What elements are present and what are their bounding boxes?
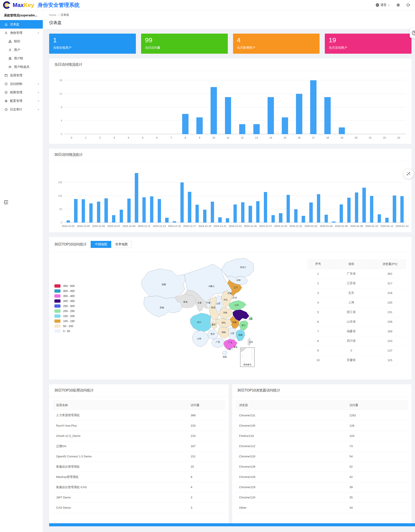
- browser-name-cell: Chrome/130: [236, 420, 346, 431]
- x-axis-tick-label: 2024-12-09: [123, 225, 135, 227]
- pv-cell: 235: [374, 298, 406, 307]
- sidebar-subitem[interactable]: 用户组: [0, 54, 43, 63]
- settings-gear-icon[interactable]: [396, 3, 400, 7]
- legend-item[interactable]: 350 - 400: [54, 294, 87, 298]
- bar: [150, 196, 153, 223]
- table-row: 客服后台管理系统-CAS4: [53, 482, 225, 492]
- map-content: 450 - 500400 - 450350 - 400300 - 350250 …: [49, 252, 412, 380]
- y-axis-tick-label: 0: [61, 221, 62, 224]
- sidebar-item[interactable]: 访问控制: [0, 80, 43, 88]
- legend-item[interactable]: 0 - 50: [54, 329, 87, 334]
- province-ranking-table: 序号 省份 浏览量(PV) 1广东省3622江苏省3173北京3164上海235…: [307, 259, 406, 365]
- sidebar-subitem-label: 用户: [14, 48, 20, 52]
- x-axis-tick-label: 2024-12-11: [138, 225, 150, 227]
- bar: [67, 220, 70, 223]
- x-axis-tick-label: 2024-12-31: [289, 225, 302, 227]
- bar: [302, 216, 305, 223]
- floating-tool-button[interactable]: [404, 169, 414, 179]
- x-axis-tick-label: 2025-01-10: [365, 225, 378, 227]
- sidebar-item[interactable]: 配置管理: [0, 97, 43, 105]
- province-cell: 福建省: [329, 326, 374, 336]
- brand-name: MaxKey: [13, 2, 34, 9]
- bar-slot: [254, 169, 262, 223]
- sidebar-item[interactable]: 身份管理: [0, 28, 43, 37]
- language-dropdown[interactable]: 语言: [375, 3, 390, 7]
- stat-cards-row: 1当前在线用户99当日访问量4当月新增用户19当月活动用户: [49, 34, 412, 54]
- sidebar-subitem[interactable]: 用户: [0, 46, 43, 54]
- table-row: RuoYi-Vue-Plus233: [53, 420, 225, 431]
- sidebar-item[interactable]: 日志审计: [0, 105, 43, 114]
- bar-slot: [292, 169, 300, 223]
- top-apps-panel: 30日TOP10应用访问统计 应用名称 访问量 人力资源管理系统369RuoYi…: [49, 384, 229, 523]
- sidebar-item[interactable]: 应用管理: [0, 71, 43, 80]
- browser-name-cell: Chrome/122: [236, 441, 346, 451]
- sidebar-subitem[interactable]: 用户组成员: [0, 63, 43, 71]
- x-axis-tick-label: 21: [369, 136, 372, 139]
- legend-range-label: 450 - 500: [63, 285, 75, 288]
- province-cell: 浙江省: [329, 307, 374, 317]
- legend-item[interactable]: 400 - 450: [54, 288, 87, 294]
- map-region-label: 云南: [197, 337, 201, 340]
- page-title: 仪表盘: [49, 20, 409, 26]
- table-row: 1广东省362: [307, 269, 406, 278]
- legend-item[interactable]: 100 - 150: [54, 319, 87, 323]
- bar-slot: [156, 169, 163, 223]
- bar: [104, 198, 108, 223]
- map-region-label: 北京: [227, 292, 232, 294]
- top-apps-table: 应用名称 访问量 人力资源管理系统369RuoYi-Vue-Plus233OAu…: [53, 400, 225, 513]
- legend-item[interactable]: 150 - 200: [54, 314, 87, 319]
- bar-slot: [201, 169, 208, 223]
- map-region[interactable]: [221, 258, 254, 278]
- col-province: 省份: [329, 259, 374, 269]
- map-region-label: 青海: [183, 301, 188, 303]
- chevron-down-icon: [37, 83, 40, 85]
- legend-item[interactable]: 450 - 500: [54, 284, 87, 288]
- sidebar-item-label: 权限管理: [10, 91, 22, 95]
- sidebar-subitem[interactable]: 组织: [0, 37, 43, 46]
- legend-item[interactable]: 50 - 100: [54, 323, 87, 329]
- x-axis-tick-label: 18: [326, 136, 329, 139]
- bar-slot: [79, 169, 87, 223]
- province-cell: 北京: [329, 288, 374, 298]
- legend-swatch: [54, 309, 60, 313]
- floating-help-button[interactable]: [410, 28, 415, 38]
- sidebar-collapse-button[interactable]: [3, 200, 9, 205]
- magic-wand-icon: [406, 171, 411, 176]
- chevron-down-icon: [37, 108, 40, 111]
- sidebar-item[interactable]: 权限管理: [0, 88, 43, 97]
- bar-slot: [235, 80, 249, 134]
- legend-item[interactable]: 200 - 250: [54, 309, 87, 314]
- sidebar-item[interactable]: 仪表盘: [0, 20, 43, 28]
- bar: [264, 192, 267, 223]
- map-tabs: 中国地图 世界地图: [91, 241, 132, 248]
- bar: [370, 196, 373, 223]
- y-axis-tick-label: 16: [59, 79, 62, 82]
- monthly-panel-title: 30日访问情况统计: [54, 152, 83, 157]
- bar-slot: [224, 169, 231, 223]
- map-region-label: 山东: [234, 304, 239, 306]
- x-axis-tick-label: 2: [99, 136, 101, 139]
- legend-item[interactable]: 250 - 300: [54, 304, 87, 309]
- x-axis-tick-label: 10: [212, 136, 215, 139]
- stat-card: 1当前在线用户: [49, 34, 136, 54]
- table-row: Chrome/12939: [236, 482, 408, 492]
- bar-slot: [363, 80, 377, 134]
- legend-range-label: 0 - 50: [63, 330, 70, 333]
- china-map: 新疆西藏青海甘肃内蒙古黑龙江吉林辽宁北京天津河北山西山东河南陕西宁夏江苏安徽上海…: [87, 257, 307, 368]
- bar: [112, 215, 115, 223]
- sidebar-item-label: 应用管理: [10, 74, 22, 77]
- logout-icon[interactable]: [406, 3, 410, 7]
- breadcrumb-home[interactable]: home: [49, 13, 56, 17]
- bar: [196, 117, 203, 134]
- tab-world-map[interactable]: 世界地图: [111, 241, 132, 248]
- legend-item[interactable]: 300 - 350: [54, 298, 87, 304]
- x-axis-tick-label: 9: [199, 136, 200, 139]
- map-region[interactable]: [222, 351, 227, 355]
- x-axis-tick-label: 2024-12-19: [198, 225, 211, 227]
- x-axis-tick-label: 16: [298, 136, 301, 139]
- bar: [211, 87, 217, 134]
- sidebar-item-label: 仪表盘: [10, 22, 19, 26]
- pv-cell: 169: [374, 326, 406, 336]
- tab-china-map[interactable]: 中国地图: [91, 241, 111, 248]
- bar-slot: [87, 169, 95, 223]
